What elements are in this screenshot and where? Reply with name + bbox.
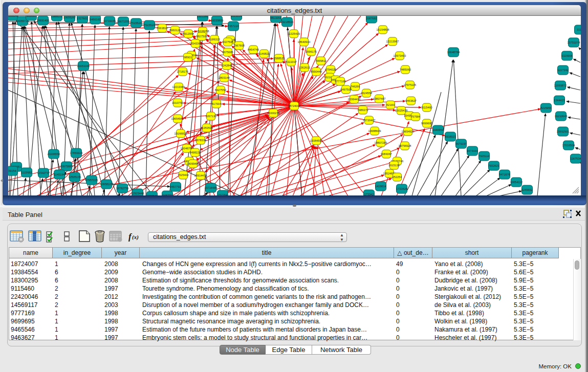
svg-text:6679197: 6679197 <box>455 142 467 145</box>
svg-text:9084067: 9084067 <box>381 152 392 156</box>
svg-text:2039149: 2039149 <box>8 16 18 17</box>
svg-text:3675685: 3675685 <box>222 51 233 54</box>
svg-text:10025438: 10025438 <box>395 109 408 112</box>
svg-text:20206556: 20206556 <box>48 152 60 156</box>
svg-text:2803144: 2803144 <box>219 76 230 79</box>
svg-text:6497508: 6497508 <box>340 88 352 91</box>
svg-text:8938923: 8938923 <box>445 135 456 138</box>
svg-text:9146821: 9146821 <box>258 52 270 55</box>
svg-text:8990448: 8990448 <box>311 70 322 73</box>
svg-text:16154808: 16154808 <box>377 28 389 31</box>
svg-text:16210643: 16210643 <box>555 115 568 118</box>
svg-text:16543362: 16543362 <box>189 42 202 45</box>
svg-text:11325419: 11325419 <box>288 32 300 35</box>
svg-text:8878334: 8878334 <box>195 139 206 142</box>
svg-text:7515524: 7515524 <box>144 24 155 27</box>
svg-text:8186323: 8186323 <box>209 38 220 41</box>
svg-text:10807487: 10807487 <box>373 97 386 100</box>
svg-text:16648784: 16648784 <box>447 51 460 54</box>
svg-text:12093872: 12093872 <box>554 84 567 87</box>
svg-text:7485063: 7485063 <box>400 68 411 71</box>
svg-text:1115682: 1115682 <box>21 171 32 174</box>
svg-text:8215955: 8215955 <box>540 106 552 110</box>
svg-text:8427552: 8427552 <box>215 89 226 92</box>
svg-text:9242848: 9242848 <box>221 64 232 67</box>
svg-text:7625402: 7625402 <box>178 173 189 177</box>
svg-text:1167534: 1167534 <box>570 157 581 160</box>
svg-text:7932621: 7932621 <box>488 164 499 167</box>
svg-text:16782759: 16782759 <box>116 187 129 190</box>
svg-text:8660124: 8660124 <box>169 29 181 32</box>
svg-text:3267130: 3267130 <box>205 115 216 118</box>
svg-text:18807289: 18807289 <box>375 141 387 144</box>
svg-text:16671355: 16671355 <box>117 20 130 23</box>
svg-text:20691406: 20691406 <box>37 19 50 22</box>
svg-text:9827503: 9827503 <box>196 35 207 38</box>
svg-text:7935114: 7935114 <box>478 155 489 158</box>
svg-text:10655267: 10655267 <box>63 16 76 19</box>
svg-text:8813054: 8813054 <box>231 16 242 17</box>
svg-text:39154: 39154 <box>8 169 16 172</box>
svg-text:8454749: 8454749 <box>248 48 259 51</box>
svg-text:17975115: 17975115 <box>404 83 416 86</box>
svg-text:19654923: 19654923 <box>402 130 415 133</box>
svg-text:252254: 252254 <box>393 176 402 179</box>
svg-text:945779: 945779 <box>163 194 172 195</box>
svg-text:1588520: 1588520 <box>273 57 285 60</box>
svg-text:1615132: 1615132 <box>388 164 400 167</box>
svg-text:12342737: 12342737 <box>37 171 50 174</box>
svg-text:1145194: 1145194 <box>54 173 64 176</box>
svg-text:62160: 62160 <box>386 103 395 106</box>
svg-text:9245652: 9245652 <box>521 188 533 191</box>
svg-text:1112: 1112 <box>577 28 581 31</box>
svg-text:18640910: 18640910 <box>298 40 311 43</box>
svg-text:7955812: 7955812 <box>315 59 326 62</box>
svg-text:14099489: 14099489 <box>187 162 200 165</box>
svg-text:15720407: 15720407 <box>363 119 376 122</box>
svg-text:2087682: 2087682 <box>366 17 377 20</box>
svg-text:8813054: 8813054 <box>270 16 281 19</box>
svg-text:7515524: 7515524 <box>130 21 142 25</box>
svg-text:17859924: 17859924 <box>70 151 83 155</box>
svg-text:19218506: 19218506 <box>281 20 294 24</box>
svg-text:10719155: 10719155 <box>103 19 116 23</box>
svg-text:10688609: 10688609 <box>368 129 381 133</box>
svg-text:19654945: 19654945 <box>171 117 184 120</box>
svg-text:1010755: 1010755 <box>172 101 183 104</box>
svg-text:7986372: 7986372 <box>357 108 368 112</box>
svg-text:15692901: 15692901 <box>557 130 570 133</box>
svg-text:9457791: 9457791 <box>170 185 181 188</box>
svg-text:1440954: 1440954 <box>432 128 444 132</box>
svg-text:16914479: 16914479 <box>194 174 207 177</box>
svg-text:19384554: 19384554 <box>310 139 323 142</box>
svg-text:10973493: 10973493 <box>394 54 406 57</box>
svg-text:19756928: 19756928 <box>399 144 411 147</box>
svg-text:157164: 157164 <box>218 193 228 195</box>
svg-text:16033809: 16033809 <box>211 19 224 22</box>
svg-text:1733426: 1733426 <box>396 187 407 190</box>
svg-text:2718176: 2718176 <box>177 70 188 73</box>
svg-text:17016504: 17016504 <box>562 144 575 147</box>
svg-text:15716485: 15716485 <box>205 186 217 189</box>
svg-text:11353534: 11353534 <box>201 126 213 129</box>
svg-text:10654112: 10654112 <box>510 181 522 184</box>
svg-text:2967608: 2967608 <box>233 44 245 47</box>
svg-text:6466160: 6466160 <box>90 18 101 21</box>
svg-text:417004: 417004 <box>212 102 222 105</box>
svg-text:20975887: 20975887 <box>60 165 73 168</box>
svg-text:9474444: 9474444 <box>467 149 478 152</box>
svg-text:9227342: 9227342 <box>557 69 569 72</box>
svg-text:10958107: 10958107 <box>100 183 113 186</box>
svg-text:3624554: 3624554 <box>361 92 372 95</box>
svg-text:12213967: 12213967 <box>386 40 399 43</box>
svg-text:12505135: 12505135 <box>69 176 81 179</box>
svg-text:98901: 98901 <box>184 56 192 59</box>
svg-text:757584: 757584 <box>411 115 421 118</box>
svg-text:20053346: 20053346 <box>77 64 90 68</box>
svg-text:9327508: 9327508 <box>222 40 233 43</box>
svg-text:1292344: 1292344 <box>146 194 158 195</box>
svg-text:1244415: 1244415 <box>554 99 565 102</box>
svg-text:17957225: 17957225 <box>85 179 98 182</box>
svg-text:18724007: 18724007 <box>288 104 301 107</box>
svg-text:9329906: 9329906 <box>561 54 573 57</box>
